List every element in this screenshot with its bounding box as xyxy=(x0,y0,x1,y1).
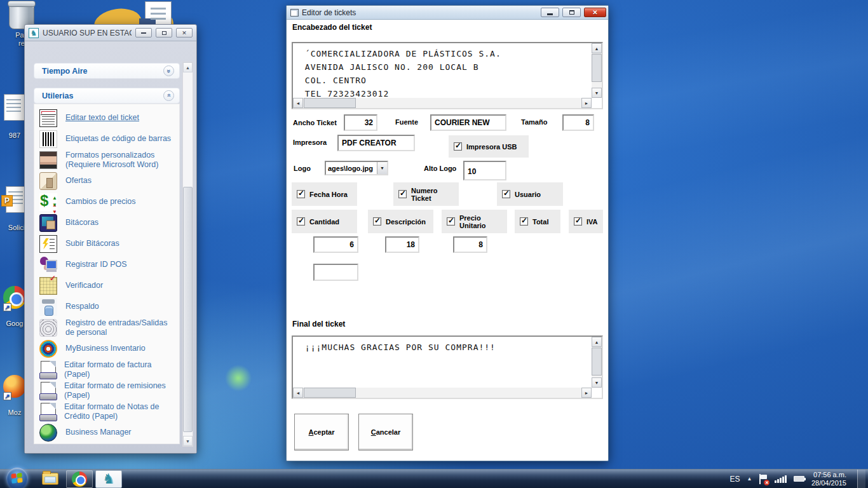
checkbox-checked-icon[interactable] xyxy=(520,217,528,226)
checkbox-checked-icon[interactable] xyxy=(373,217,381,226)
chevron-down-icon[interactable]: ▼ xyxy=(377,162,387,174)
checkbox-checked-icon[interactable] xyxy=(502,190,510,198)
scrollbar-thumb[interactable] xyxy=(304,388,356,398)
logo-label: Logo xyxy=(294,165,311,172)
list-item-registro-entradas-salidas[interactable]: Registro de entradas/Salidas de personal xyxy=(39,317,178,338)
scroll-left-icon[interactable]: ◄ xyxy=(293,98,303,108)
list-item-etiquetas-codigo-barras[interactable]: Etiquetas de código de barras xyxy=(39,128,178,149)
impresora-usb-checkbox[interactable]: Impresora USB xyxy=(449,135,529,158)
scroll-down-icon[interactable]: ▼ xyxy=(183,436,193,446)
descripcion-width-input[interactable] xyxy=(385,236,419,253)
vertical-scrollbar[interactable]: ▲ ▼ xyxy=(592,337,602,388)
cancelar-button[interactable]: Cancelar xyxy=(358,414,413,451)
section-header-tiempo-aire[interactable]: Tiempo Aire » xyxy=(34,63,180,79)
aceptar-button[interactable]: Aceptar xyxy=(294,414,349,451)
tray-clock[interactable]: 07:56 a.m. 28/04/2015 xyxy=(811,471,850,487)
list-item-label: Etiquetas de código de barras xyxy=(65,134,171,144)
list-item-respaldo[interactable]: Respaldo xyxy=(39,296,178,317)
checkbox-checked-icon[interactable] xyxy=(297,217,305,226)
close-button[interactable]: ✕ xyxy=(176,28,193,37)
tamano-input[interactable] xyxy=(562,114,594,131)
minimize-button[interactable] xyxy=(541,8,559,17)
checkbox-label: Total xyxy=(532,218,548,226)
taskbar-chrome-button[interactable] xyxy=(66,470,93,488)
list-item-editar-formato-factura[interactable]: Editar formato de factura (Papel) xyxy=(39,359,178,380)
start-button[interactable] xyxy=(6,468,28,488)
list-item-ofertas[interactable]: Ofertas xyxy=(39,170,178,191)
hidden-icons-chevron-icon[interactable]: ▲ xyxy=(747,476,752,482)
shortcut-arrow-icon: ↗ xyxy=(3,303,11,311)
sidebar-scrollbar[interactable]: ▲ ▼ xyxy=(182,62,193,447)
ticket-footer-textarea[interactable]: ¡¡¡MUCHAS GRACIAS POR SU COMPRA!!! ▲ ▼ ◄… xyxy=(292,336,603,399)
checkbox-checked-icon[interactable] xyxy=(398,190,407,198)
sidebar-window-titlebar[interactable]: ♞ USUARIO SUP EN ESTAC... ✕ xyxy=(25,25,196,41)
ancho-ticket-input[interactable] xyxy=(344,114,377,131)
scrollbar-thumb[interactable] xyxy=(592,348,602,376)
checkbox-checked-icon[interactable] xyxy=(574,217,582,226)
language-indicator[interactable]: ES xyxy=(730,475,740,484)
scrollbar-thumb[interactable] xyxy=(592,54,602,82)
section-header-utilerias[interactable]: Utilerias » xyxy=(34,88,180,104)
total-checkbox[interactable]: Total xyxy=(515,210,560,233)
usuario-checkbox[interactable]: Usuario xyxy=(497,182,563,206)
alto-logo-input[interactable] xyxy=(463,161,506,180)
list-item-editar-formato-notas-credito[interactable]: Editar formato de Notas de Crédito (Pape… xyxy=(39,401,178,422)
cantidad-checkbox[interactable]: Cantidad xyxy=(292,210,357,233)
horizontal-scrollbar[interactable]: ◄ ► xyxy=(293,98,592,108)
list-item-cambios-precios[interactable]: Cambios de precios xyxy=(39,191,178,212)
chevron-double-down-icon[interactable]: » xyxy=(163,65,174,76)
network-signal-icon[interactable] xyxy=(775,475,787,483)
list-item-mybusiness-inventario[interactable]: MyBusiness Inventario xyxy=(39,338,178,359)
scroll-right-icon[interactable]: ► xyxy=(581,388,592,398)
show-desktop-button[interactable] xyxy=(857,470,865,488)
ticket-footer-text[interactable]: ¡¡¡MUCHAS GRACIAS POR SU COMPRA!!! xyxy=(293,337,592,388)
editor-window-titlebar[interactable]: Editor de tickets ✕ xyxy=(287,6,608,20)
numero-ticket-checkbox[interactable]: Numero Ticket xyxy=(393,182,459,206)
scroll-down-icon[interactable]: ▼ xyxy=(592,88,602,98)
scroll-up-icon[interactable]: ▲ xyxy=(592,337,602,347)
fuente-input[interactable] xyxy=(430,114,506,131)
taskbar-explorer-button[interactable] xyxy=(37,470,64,488)
list-item-label: Editar formato de remisiones (Papel) xyxy=(64,381,178,400)
pos-id-icon xyxy=(39,256,57,274)
action-center-flag-icon[interactable]: ✕ xyxy=(759,474,768,484)
iva-checkbox[interactable]: IVA xyxy=(569,210,603,233)
scroll-left-icon[interactable]: ◄ xyxy=(293,388,303,398)
scroll-up-icon[interactable]: ▲ xyxy=(592,43,602,53)
scrollbar-thumb[interactable] xyxy=(304,98,356,108)
scrollbar-thumb[interactable] xyxy=(183,187,193,432)
list-item-verificador[interactable]: Verificador xyxy=(39,275,178,296)
taskbar-mybusiness-button[interactable]: ♞ xyxy=(95,470,122,488)
precio-unitario-checkbox[interactable]: Precio Unitario xyxy=(442,210,507,233)
chevron-double-up-icon[interactable]: » xyxy=(163,90,174,101)
list-item-registrar-id-pos[interactable]: Registrar ID POS xyxy=(39,254,178,275)
scroll-right-icon[interactable]: ► xyxy=(581,98,592,108)
checkbox-checked-icon[interactable] xyxy=(454,142,462,151)
list-item-formatos-personalizados[interactable]: Formatos personalizados (Requiere Micros… xyxy=(39,149,178,170)
cantidad-width-input[interactable] xyxy=(313,236,358,253)
list-item-subir-bitacoras[interactable]: Subir Bitácoras xyxy=(39,233,178,254)
impresora-input[interactable] xyxy=(337,135,415,151)
extra-width-input[interactable] xyxy=(313,264,358,281)
list-item-editar-formato-remisiones[interactable]: Editar formato de remisiones (Papel) xyxy=(39,380,178,401)
close-button[interactable]: ✕ xyxy=(584,8,606,17)
vertical-scrollbar[interactable]: ▲ ▼ xyxy=(592,43,602,98)
scroll-down-icon[interactable]: ▼ xyxy=(592,377,602,388)
ticket-header-text[interactable]: ´COMERCIALIZADORA DE PLÁSTICOS S.A. AVEN… xyxy=(293,43,592,98)
checkbox-checked-icon[interactable] xyxy=(447,217,455,226)
maximize-button[interactable] xyxy=(562,8,581,17)
minimize-button[interactable] xyxy=(135,28,152,37)
scroll-up-icon[interactable]: ▲ xyxy=(183,62,193,72)
precio-width-input[interactable] xyxy=(453,236,487,253)
maximize-button[interactable] xyxy=(156,28,172,37)
horizontal-scrollbar[interactable]: ◄ ► xyxy=(293,388,592,398)
ticket-header-textarea[interactable]: ´COMERCIALIZADORA DE PLÁSTICOS S.A. AVEN… xyxy=(292,42,603,109)
battery-icon[interactable] xyxy=(794,476,804,482)
list-item-business-manager[interactable]: Business Manager xyxy=(39,422,178,443)
list-item-editar-texto-ticket[interactable]: Editar texto del ticket xyxy=(39,107,178,128)
fecha-hora-checkbox[interactable]: Fecha Hora xyxy=(292,182,357,206)
descripcion-checkbox[interactable]: Descripción xyxy=(368,210,433,233)
checkbox-checked-icon[interactable] xyxy=(297,190,305,198)
logo-dropdown[interactable]: ages\logo.jpg ▼ xyxy=(325,161,388,175)
list-item-bitacoras[interactable]: Bitácoras xyxy=(39,212,178,233)
